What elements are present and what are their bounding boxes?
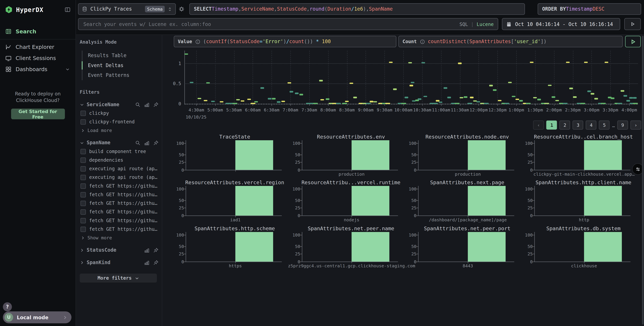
chevron-down-icon: [80, 102, 84, 107]
language-lucene-option[interactable]: Lucene: [477, 21, 494, 27]
pin-icon[interactable]: [153, 260, 158, 265]
help-button[interactable]: ?: [3, 302, 12, 311]
checkbox[interactable]: [80, 166, 86, 172]
search-icon[interactable]: [135, 140, 140, 145]
filter-option[interactable]: fetch GET https://github.…: [80, 192, 158, 197]
filter-option[interactable]: fetch GET https://github.…: [80, 183, 158, 189]
bar-chart-icon[interactable]: [144, 102, 150, 107]
delta-data-point: [458, 63, 462, 64]
filter-option[interactable]: fetch GET https://github.…: [80, 218, 158, 223]
delta-data-point: [319, 80, 323, 81]
analysis-mode-list: Results TableEvent DeltasEvent Patterns: [82, 51, 158, 80]
delta-data-point: [254, 101, 258, 102]
filter-option[interactable]: clickpy-frontend: [80, 119, 158, 125]
checkbox[interactable]: [80, 157, 86, 163]
checkbox[interactable]: [80, 119, 86, 124]
filter-option[interactable]: executing api route (app)…: [80, 175, 158, 180]
sidebar-item-search[interactable]: Search: [0, 26, 76, 37]
attribute-chart-category: https: [229, 263, 242, 268]
show-more-link[interactable]: Show more: [80, 235, 158, 241]
source-select[interactable]: ClickPy Traces Schema: [78, 3, 176, 15]
delta-data-point: [569, 88, 573, 89]
attribute-chart-8: SpanAttributes.http.scheme10050250https: [176, 225, 293, 271]
pagination-next-button[interactable]: ›: [630, 120, 641, 130]
delta-data-point: [623, 95, 627, 97]
select-query-editor[interactable]: SELECT Timestamp, ServiceName, StatusCod…: [189, 3, 525, 15]
delta-data-point: [393, 88, 397, 90]
filter-option[interactable]: fetch GET https://github.…: [80, 209, 158, 215]
sidebar-item-chart-explorer[interactable]: Chart Explorer: [0, 42, 76, 53]
delta-data-point: [184, 53, 188, 55]
filter-option[interactable]: fetch GET https://github.…: [80, 200, 158, 206]
checkbox[interactable]: [80, 209, 86, 215]
scrollbar[interactable]: [642, 36, 644, 324]
pagination-page-4[interactable]: 4: [586, 120, 596, 130]
filter-option[interactable]: dependencies: [80, 157, 158, 163]
search-icon[interactable]: [135, 102, 140, 107]
pagination-page-1[interactable]: 1: [546, 120, 557, 130]
more-link-label: Show more: [88, 235, 112, 241]
search-input[interactable]: [82, 21, 459, 27]
value-expression-input[interactable]: Value (countIf(StatusCode='Error')/count…: [174, 36, 396, 47]
sidebar-item-label: Dashboards: [16, 66, 48, 72]
pin-icon[interactable]: [153, 102, 158, 107]
filter-option[interactable]: fetch GET https://github.…: [80, 226, 158, 232]
checkbox[interactable]: [80, 226, 86, 232]
load-more-link[interactable]: Load more: [80, 128, 158, 133]
y-axis-tick-label: 25: [404, 160, 416, 165]
local-mode-button[interactable]: U Local mode: [3, 311, 71, 323]
y-axis-tick-label: 50: [520, 198, 533, 203]
analysis-mode-event-patterns[interactable]: Event Patterns: [82, 70, 158, 80]
y-axis-tick: [300, 189, 302, 189]
sidebar-item-client-sessions[interactable]: Client Sessions: [0, 53, 76, 64]
checkbox[interactable]: [80, 110, 86, 116]
language-sql-option[interactable]: SQL: [460, 21, 468, 27]
x-axis-tick: [468, 216, 468, 217]
schema-select[interactable]: Schema: [145, 6, 165, 12]
filter-option[interactable]: executing api route (app)…: [80, 166, 158, 172]
bar: [235, 232, 273, 262]
get-started-button[interactable]: Get Started for Free: [11, 109, 65, 119]
bar-chart-icon[interactable]: [144, 140, 150, 145]
pagination-prev-button[interactable]: ‹: [533, 120, 544, 130]
date-range-picker[interactable]: Oct 10 04:16:14 - Oct 10 16:16:14: [502, 18, 620, 30]
pagination-page-5[interactable]: 5: [599, 120, 610, 130]
filter-option-label: executing api route (app)…: [89, 175, 158, 180]
more-filters-button[interactable]: More filters: [80, 274, 157, 283]
run-analysis-button[interactable]: [625, 36, 641, 47]
delta-data-point: [251, 103, 256, 104]
filter-group-header-spankind[interactable]: SpanKind: [80, 260, 158, 265]
filter-option[interactable]: clickpy: [80, 110, 158, 116]
bar-chart-icon[interactable]: [144, 260, 150, 265]
checkbox[interactable]: [80, 149, 86, 154]
search-run-button[interactable]: [624, 18, 641, 30]
filter-group-header-servicename[interactable]: ServiceName: [80, 102, 158, 107]
sidebar-item-dashboards[interactable]: Dashboards: [0, 64, 76, 75]
pagination-page-9[interactable]: 9: [617, 120, 628, 130]
checkbox[interactable]: [80, 218, 86, 223]
checkbox[interactable]: [80, 192, 86, 197]
analysis-mode-results-table[interactable]: Results Table: [82, 51, 158, 61]
gear-icon[interactable]: [178, 6, 185, 12]
y-axis-tick-label: 0: [164, 101, 181, 106]
checkbox[interactable]: [80, 175, 86, 180]
pin-icon[interactable]: [153, 140, 158, 145]
checkbox[interactable]: [80, 201, 86, 206]
filter-option[interactable]: build component tree: [80, 148, 158, 154]
filter-group-header-statuscode[interactable]: StatusCode: [80, 247, 158, 253]
order-by-editor[interactable]: ORDER BY Timestamp DESC: [538, 3, 641, 15]
delta-data-point: [418, 98, 422, 100]
checkbox[interactable]: [80, 183, 86, 189]
info-icon: [195, 39, 200, 44]
chevron-right-icon: [80, 260, 84, 265]
pagination-page-3[interactable]: 3: [573, 120, 583, 130]
collapse-sidebar-icon[interactable]: [64, 7, 71, 13]
pin-icon[interactable]: [153, 247, 158, 253]
y-axis-tick-label: 100: [404, 141, 416, 146]
bar-chart-icon[interactable]: [144, 247, 150, 253]
gridline-vertical: [309, 51, 310, 104]
count-expression-input[interactable]: Count countDistinct(SpanAttributes['user…: [398, 36, 622, 47]
analysis-mode-event-deltas[interactable]: Event Deltas: [82, 61, 158, 70]
filter-group-header-spanname[interactable]: SpanName: [80, 140, 158, 146]
pagination-page-2[interactable]: 2: [560, 120, 570, 130]
